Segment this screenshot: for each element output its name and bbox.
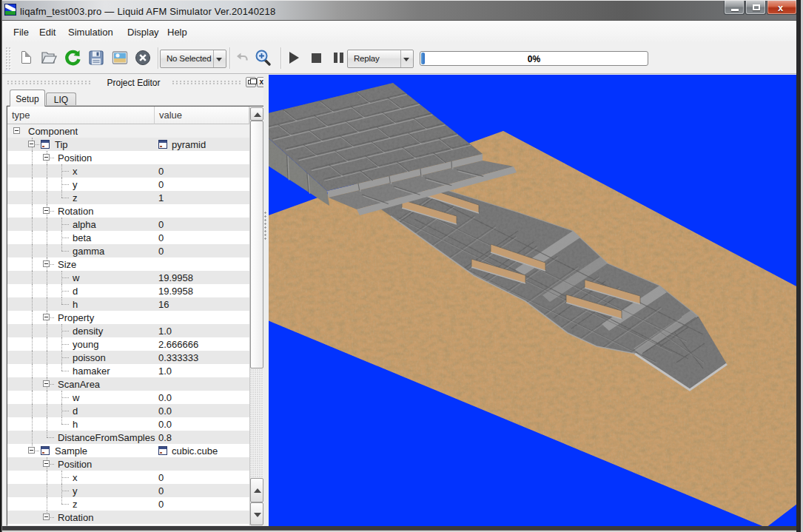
- new-file-button[interactable]: [18, 49, 36, 67]
- menu-edit[interactable]: Edit: [39, 27, 56, 38]
- tree-expander[interactable]: [43, 260, 50, 267]
- toolbar-drag-handle[interactable]: [5, 47, 11, 70]
- tree-row-property[interactable]: Property: [7, 311, 249, 324]
- tree-expander[interactable]: [28, 447, 35, 454]
- tree-expander[interactable]: [43, 380, 50, 387]
- tree-connector: [47, 351, 47, 364]
- tree-row-h[interactable]: h16: [7, 297, 249, 311]
- tree-row-poisson[interactable]: poisson0.333333: [7, 351, 249, 364]
- selection-combobox[interactable]: No Selected: [160, 50, 226, 68]
- tree-item-label: Size: [58, 259, 76, 270]
- menu-display[interactable]: Display: [127, 27, 159, 38]
- tree-row-tip[interactable]: Tippyramid: [7, 138, 249, 151]
- undo-button[interactable]: [234, 49, 252, 67]
- menu-help[interactable]: Help: [167, 27, 187, 38]
- tree-connector: [61, 184, 69, 185]
- window-frame-left: [0, 0, 2, 532]
- scroll-up-button-2[interactable]: [250, 478, 263, 502]
- title-bar[interactable]: liqafm_test003.pro — Liquid AFM Simulato…: [0, 0, 803, 21]
- tree-row-distancefromsamples[interactable]: DistanceFromSamples0.8: [7, 431, 249, 444]
- tree-row-y[interactable]: y0: [7, 484, 249, 497]
- splitter[interactable]: [263, 75, 269, 526]
- tree-row-size[interactable]: Size: [7, 257, 249, 271]
- minimize-button[interactable]: [724, 1, 745, 15]
- tree-row-h[interactable]: h0.0: [7, 417, 249, 431]
- tree-expander[interactable]: [28, 141, 35, 147]
- tree-connector: [32, 377, 33, 391]
- dock-titlebar[interactable]: Project Editor x: [6, 77, 261, 89]
- tree-expander[interactable]: [43, 460, 50, 467]
- play-button[interactable]: [285, 49, 303, 67]
- tree-row-young[interactable]: young2.666666: [7, 337, 249, 351]
- tree-row-w[interactable]: w19.9958: [7, 271, 249, 284]
- tree-row-scanarea[interactable]: ScanArea: [7, 377, 249, 391]
- menu-file[interactable]: File: [13, 27, 29, 38]
- tree-row-beta[interactable]: beta0: [7, 231, 249, 244]
- tree-connector: [61, 224, 69, 225]
- replay-combobox[interactable]: Replay: [347, 50, 414, 68]
- menu-simulation[interactable]: Simulation: [68, 27, 113, 38]
- snapshot-button[interactable]: [111, 49, 129, 67]
- tree-item-value: 0: [158, 499, 164, 510]
- tree-expander[interactable]: [43, 207, 50, 214]
- tab-setup[interactable]: Setup: [10, 90, 45, 107]
- tree-row-sample[interactable]: Samplecubic.cube: [7, 444, 249, 457]
- stop-button[interactable]: [307, 49, 325, 67]
- tree-connector: [47, 417, 47, 431]
- tree-item-label: z: [73, 192, 78, 203]
- tree-row-x[interactable]: x0: [7, 164, 249, 178]
- scrollbar-thumb[interactable]: [250, 121, 263, 368]
- selection-combobox-arrow: [213, 50, 226, 67]
- tree-connector: [61, 171, 69, 172]
- tree-row-d[interactable]: d19.9958: [7, 284, 249, 297]
- zoom-in-button[interactable]: [254, 49, 272, 67]
- tree-connector: [61, 371, 69, 371]
- scroll-up-button[interactable]: [250, 107, 263, 121]
- tree-item-value: 0.333333: [158, 352, 198, 363]
- close-button[interactable]: x: [767, 1, 797, 15]
- tree-item-value: 1.0: [158, 326, 172, 337]
- close-circle-icon: [134, 49, 152, 67]
- viewport-3d[interactable]: [269, 75, 797, 526]
- tree-item-label: Tip: [55, 139, 68, 150]
- tab-liq-label: LIQ: [54, 95, 68, 105]
- tree-row-alpha[interactable]: alpha0: [7, 218, 249, 231]
- tree-row-z[interactable]: z1: [7, 191, 249, 204]
- tree-row-density[interactable]: density1.0: [7, 324, 249, 337]
- vertical-scrollbar[interactable]: [249, 107, 263, 525]
- tree-row-component[interactable]: Component: [7, 124, 249, 138]
- column-header-value[interactable]: value: [155, 107, 249, 124]
- tree-row-y[interactable]: y0: [7, 178, 249, 191]
- tree-expander[interactable]: [43, 514, 50, 520]
- window-frame-bottom: [0, 526, 803, 532]
- maximize-button[interactable]: [745, 1, 766, 15]
- tree-expander[interactable]: [13, 127, 20, 134]
- column-header-type[interactable]: type: [7, 107, 155, 124]
- tree-row-d[interactable]: d0.0: [7, 404, 249, 417]
- pause-button[interactable]: [329, 49, 347, 67]
- zoom-in-icon: [254, 49, 272, 67]
- tree-row-rotation[interactable]: Rotation: [7, 204, 249, 218]
- close-document-button[interactable]: [134, 49, 152, 67]
- tree-item-label: w: [73, 272, 79, 283]
- tree-connector: [61, 297, 62, 304]
- tree-row-position[interactable]: Position: [7, 151, 249, 164]
- tree-row-x[interactable]: x0: [7, 471, 249, 484]
- save-button[interactable]: [87, 49, 105, 67]
- selection-combobox-value: No Selected: [167, 54, 211, 63]
- refresh-button[interactable]: [64, 49, 81, 67]
- dock-float-button[interactable]: [246, 77, 256, 87]
- tree-row-rotation[interactable]: Rotation: [7, 511, 249, 524]
- scroll-down-button[interactable]: [250, 502, 263, 525]
- tab-liq[interactable]: LIQ: [46, 92, 76, 107]
- open-file-button[interactable]: [40, 49, 58, 67]
- tree-row-hamaker[interactable]: hamaker1.0: [7, 364, 249, 377]
- tree-row-w[interactable]: w0.0: [7, 391, 249, 404]
- tree-row-position[interactable]: Position: [7, 457, 249, 471]
- tree-expander[interactable]: [43, 154, 50, 161]
- tree-row-z[interactable]: z0: [7, 497, 249, 511]
- tree-item-value: 19.9958: [158, 286, 193, 297]
- tree-expander[interactable]: [43, 314, 50, 320]
- scroll-up-icon-2: [254, 488, 261, 493]
- tree-row-gamma[interactable]: gamma0: [7, 244, 249, 257]
